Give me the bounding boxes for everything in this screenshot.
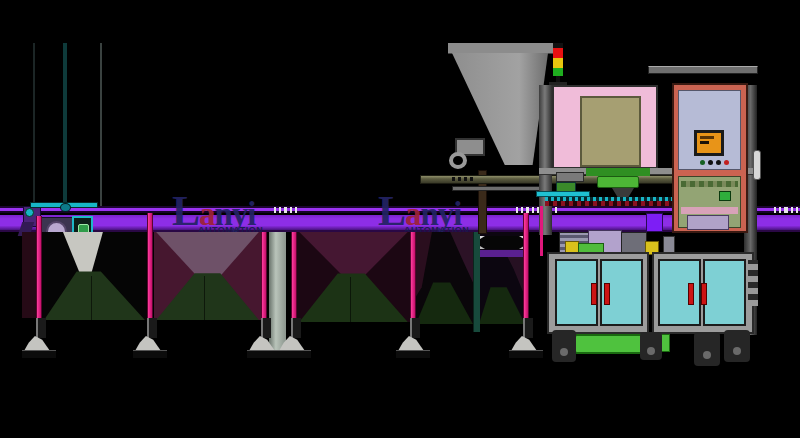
cabinet-door xyxy=(658,259,701,326)
belt-hatch-red xyxy=(545,201,672,206)
hmi-graphic xyxy=(700,141,709,144)
cabinet-door xyxy=(703,259,746,326)
leveling-foot xyxy=(22,318,56,358)
end-pulley-dot xyxy=(25,208,34,217)
door-handle xyxy=(701,283,707,305)
cad-scene: Lanyi AUTOMATION Lanyi AUTOMATION xyxy=(0,0,800,438)
press-cone xyxy=(612,188,634,197)
fence-post xyxy=(261,232,267,320)
hanger-rod-teal xyxy=(63,43,67,206)
panel-top-rail xyxy=(648,66,758,74)
indicator-light xyxy=(724,160,729,165)
bay-seam xyxy=(91,276,92,320)
covered-equipment-box xyxy=(480,236,524,249)
chain-link-marks xyxy=(786,207,800,213)
signal-tower-green xyxy=(553,68,563,76)
machine-top-strip xyxy=(448,43,557,54)
leveling-foot xyxy=(396,318,430,358)
violet-module xyxy=(646,213,663,232)
support-post-teal xyxy=(473,232,480,332)
fence-post xyxy=(410,232,416,322)
door-handle xyxy=(688,283,694,305)
door-handle xyxy=(591,283,597,305)
caster-wheel xyxy=(694,332,720,366)
bay-seam xyxy=(204,276,205,320)
indicator-light xyxy=(700,160,705,165)
panel-handle xyxy=(753,150,761,180)
caster-wheel xyxy=(724,330,750,362)
fence-post xyxy=(147,213,153,320)
fence-bay-3 xyxy=(297,232,410,322)
fence-bay-2 xyxy=(154,232,261,320)
pcb-row xyxy=(681,181,738,187)
signal-tower-yellow xyxy=(553,58,563,68)
machine-window xyxy=(580,96,641,167)
fence-sliver-left xyxy=(22,232,36,318)
fence-post xyxy=(291,232,297,320)
fence-post xyxy=(523,213,529,322)
gray-box xyxy=(621,232,647,254)
corner-mark xyxy=(480,246,485,249)
fence-post xyxy=(36,216,42,320)
hmi-screen xyxy=(694,130,724,156)
door-handle xyxy=(604,283,610,305)
side-greeble xyxy=(556,172,584,182)
pcb-row-pink xyxy=(681,207,738,214)
caster-wheel xyxy=(552,330,576,362)
press-housing xyxy=(586,168,650,176)
press-block xyxy=(597,176,639,188)
indicator-light xyxy=(708,160,713,165)
pcb-chip xyxy=(719,191,731,201)
panel-pcb-area xyxy=(678,176,741,228)
hmi-graphic xyxy=(700,136,714,139)
hoist-ring xyxy=(449,152,467,169)
hinge-stack xyxy=(748,260,758,306)
signal-tower-red xyxy=(553,48,563,58)
bay-seam xyxy=(350,277,351,322)
caster-wheel xyxy=(640,332,662,360)
hanger-rod-dark xyxy=(33,43,35,203)
rail-bolts xyxy=(452,177,474,181)
hanger-rod-gray xyxy=(100,43,102,206)
lift-knob xyxy=(60,203,71,212)
indicator-light xyxy=(716,160,721,165)
leveling-foot xyxy=(509,318,543,358)
fence-bay-4 xyxy=(416,232,473,324)
purple-sill xyxy=(480,250,524,257)
pcb-lavender-block xyxy=(687,215,729,230)
leveling-foot xyxy=(133,318,167,358)
leveling-foot xyxy=(277,318,311,358)
fence-bay-1 xyxy=(42,232,147,320)
leveling-foot xyxy=(247,318,281,358)
frame-accent-magenta xyxy=(540,206,543,256)
corner-mark xyxy=(480,236,485,239)
